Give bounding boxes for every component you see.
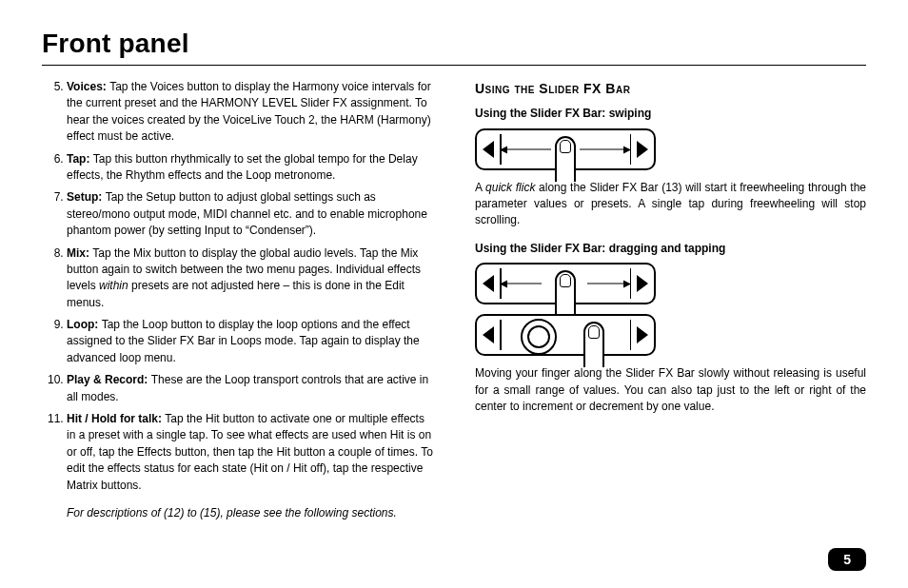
term-body: Tap the Loop button to display the loop … <box>67 318 420 364</box>
term: Hit / Hold for talk: <box>67 412 165 425</box>
triangle-right-icon <box>637 326 648 343</box>
separator-icon <box>500 320 502 350</box>
section-heading: Using the Slider FX Bar <box>475 79 866 98</box>
page-title: Front panel <box>42 29 866 59</box>
arrow-left-icon <box>505 284 542 284</box>
fingernail-icon <box>560 140 571 153</box>
triangle-left-icon <box>483 141 494 158</box>
term-body: Tap the Setup button to adjust global se… <box>67 190 427 237</box>
term: Setup: <box>67 190 106 204</box>
left-column: Voices: Tap the Voices button to display… <box>42 79 433 521</box>
title-rule <box>42 65 866 66</box>
subheading-dragging: Using the Slider FX Bar: dragging and ta… <box>475 241 866 257</box>
triangle-left-icon <box>483 275 494 292</box>
term-body: Tap this button rhythmically to set the … <box>67 152 418 182</box>
slider-swipe-icon <box>475 128 656 170</box>
triangle-left-icon <box>483 326 494 343</box>
definition-item: Loop: Tap the Loop button to display the… <box>67 317 433 366</box>
right-column: Using the Slider FX Bar Using the Slider… <box>475 79 866 521</box>
document-page: Front panel Voices: Tap the Voices butto… <box>0 0 908 588</box>
separator-icon <box>630 134 632 165</box>
footnote: For descriptions of (12) to (15), please… <box>67 505 433 521</box>
triangle-right-icon <box>637 275 648 292</box>
definition-item: Tap: Tap this button rhythmically to set… <box>67 151 433 185</box>
triangle-right-icon <box>637 141 648 158</box>
arrow-left-icon <box>505 148 551 149</box>
term: Voices: <box>67 80 109 93</box>
term: Tap: <box>67 152 93 166</box>
finger-icon <box>583 322 604 363</box>
arrow-right-icon <box>587 284 625 284</box>
fingernail-icon <box>588 325 600 339</box>
finger-icon <box>555 270 576 312</box>
text-italic: quick flick <box>485 181 535 194</box>
term: Loop: <box>67 318 102 331</box>
two-column-layout: Voices: Tap the Voices button to display… <box>42 79 866 521</box>
text: A <box>475 181 485 194</box>
arrow-right-icon <box>580 148 625 149</box>
definition-item: Mix: Tap the Mix button to display the g… <box>67 245 433 312</box>
definition-item: Setup: Tap the Setup button to adjust gl… <box>67 189 433 239</box>
separator-icon <box>630 268 632 299</box>
numbered-definitions: Voices: Tap the Voices button to display… <box>42 79 433 494</box>
term-body: Tap the Voices button to display the Har… <box>67 80 431 143</box>
paragraph-swiping: A quick flick along the Slider FX Bar (1… <box>475 180 866 229</box>
term: Mix: <box>67 246 92 260</box>
slider-tap-icon <box>475 314 656 356</box>
paragraph-dragging: Moving your finger along the Slider FX B… <box>475 365 866 415</box>
definition-item: Voices: Tap the Voices button to display… <box>67 79 433 146</box>
term: Play & Record: <box>67 373 151 386</box>
term-body-italic: within <box>99 279 128 292</box>
finger-icon <box>555 136 576 178</box>
definition-item: Play & Record: These are the Loop transp… <box>67 372 433 405</box>
subheading-swiping: Using the Slider FX Bar: swiping <box>475 106 866 122</box>
slider-drag-icon <box>475 263 656 304</box>
definition-item: Hit / Hold for talk: Tap the Hit button … <box>67 411 433 494</box>
fingernail-icon <box>560 274 571 287</box>
separator-icon <box>630 320 632 350</box>
page-number-badge: 5 <box>828 548 866 571</box>
